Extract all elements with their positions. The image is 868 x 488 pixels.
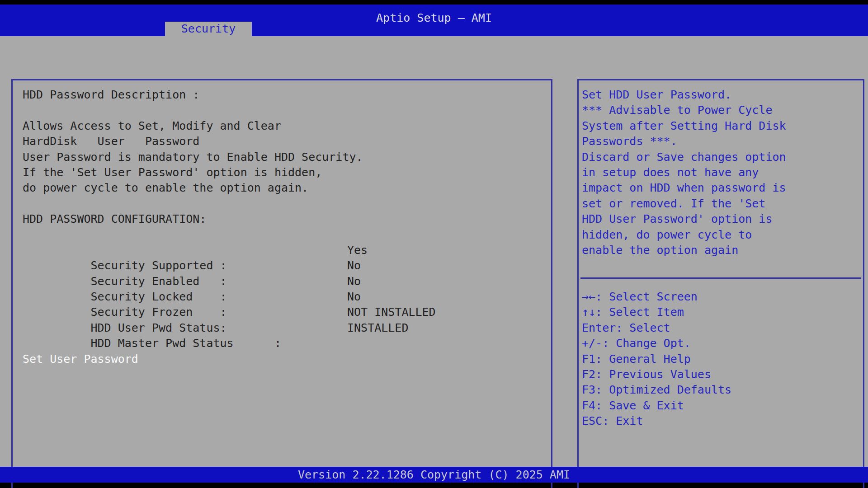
help-line: HDD User Password' option is — [579, 211, 862, 227]
help-line: set or removed. If the 'Set — [579, 196, 862, 211]
status-row: Security Enabled : No — [13, 258, 550, 273]
help-line: Set HDD User Password. — [579, 87, 862, 103]
key-legend-line: →←: Select Screen — [579, 289, 862, 305]
status-row: Security Locked : No — [13, 274, 550, 289]
key-legend-line: ↑↓: Select Item — [579, 305, 862, 320]
status-value: INSTALLED — [347, 320, 408, 336]
help-panel-divider — [580, 277, 861, 279]
page-title: Aptio Setup – AMI — [0, 11, 868, 25]
help-panel: Set HDD User Password. *** Advisable to … — [577, 79, 864, 488]
description-line: HardDisk User Password — [13, 134, 550, 149]
content-area: HDD Password Description : Allows Access… — [0, 36, 868, 467]
status-row: HDD User Pwd Status: NOT INSTALLED — [13, 305, 550, 320]
configuration-heading: HDD PASSWORD CONFIGURATION: — [13, 211, 550, 227]
status-value: NOT INSTALLED — [347, 305, 436, 320]
help-line: impact on HDD when password is — [579, 180, 862, 196]
status-row: Security Frozen : No — [13, 289, 550, 305]
key-legend-line: Enter: Select — [579, 320, 862, 336]
main-panel-rows: HDD Password Description : Allows Access… — [13, 87, 550, 367]
description-heading: HDD Password Description : — [13, 87, 550, 103]
description-line: Allows Access to Set, Modify and Clear — [13, 118, 550, 134]
key-legend-line: ESC: Exit — [579, 413, 862, 429]
version-text: Version 2.22.1286 Copyright (C) 2025 AMI — [0, 467, 868, 483]
description-line: do power cycle to enable the option agai… — [13, 180, 550, 196]
description-line: If the 'Set User Password' option is hid… — [13, 165, 550, 180]
status-value: Yes — [347, 243, 368, 258]
status-value: No — [347, 274, 361, 289]
spacer-row — [13, 103, 550, 118]
key-legend-line: F3: Optimized Defaults — [579, 382, 862, 398]
help-description: Set HDD User Password. *** Advisable to … — [579, 87, 862, 258]
description-line: User Password is mandatory to Enable HDD… — [13, 150, 550, 165]
help-line: in setup does not have any — [579, 165, 862, 180]
key-legend-line: F1: General Help — [579, 352, 862, 367]
main-panel: HDD Password Description : Allows Access… — [11, 79, 552, 488]
key-legend: →←: Select Screen ↑↓: Select Item Enter:… — [579, 289, 862, 429]
help-line: enable the option again — [579, 243, 862, 258]
spacer-row — [13, 336, 550, 351]
help-line: Passwords ***. — [579, 134, 862, 149]
help-line: hidden, do power cycle to — [579, 227, 862, 243]
key-legend-line: F2: Previous Values — [579, 367, 862, 382]
key-legend-line: F4: Save & Exit — [579, 398, 862, 413]
status-value: No — [347, 258, 361, 273]
help-line: Discard or Save changes option — [579, 150, 862, 165]
menu-item-set-user-password[interactable]: Set User Password — [13, 352, 550, 367]
tab-security[interactable]: Security — [165, 22, 252, 36]
footer-band: Version 2.22.1286 Copyright (C) 2025 AMI — [0, 467, 868, 483]
spacer-row — [13, 196, 550, 211]
header-band: Aptio Setup – AMI — [0, 5, 868, 36]
status-row: HDD Master Pwd Status : INSTALLED — [13, 320, 550, 336]
key-legend-line: +/-: Change Opt. — [579, 336, 862, 351]
status-row: Security Supported : Yes — [13, 243, 550, 258]
bios-setup-screen: Aptio Setup – AMI Security HDD Password … — [0, 0, 868, 488]
help-line: System after Setting Hard Disk — [579, 118, 862, 134]
status-value: No — [347, 289, 361, 305]
spacer-row — [13, 227, 550, 243]
help-line: *** Advisable to Power Cycle — [579, 103, 862, 118]
